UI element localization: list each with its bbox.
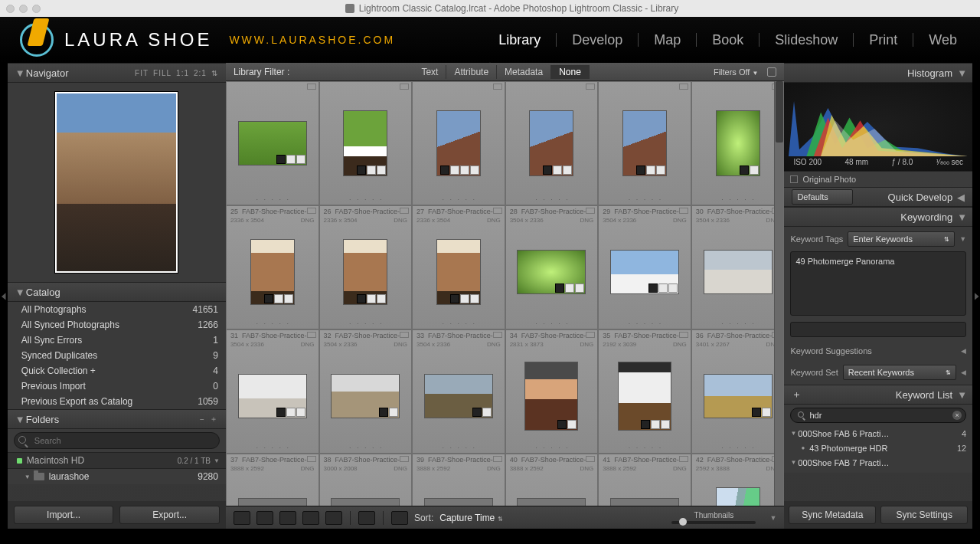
grid-view-icon[interactable] — [234, 511, 250, 525]
thumbnail-badge-icon[interactable] — [460, 294, 469, 303]
grid-cell[interactable]: 31 FAB7-Shoe-Practice-313504 x 2336DNG· … — [226, 329, 319, 454]
catalog-row[interactable]: All Synced Photographs1266 — [8, 317, 226, 333]
flag-icon[interactable] — [586, 84, 595, 90]
nav-fill[interactable]: FILL — [153, 69, 172, 77]
recent-keywords-dropdown[interactable]: Recent Keywords⇅ — [843, 365, 956, 380]
thumbnail-badge-icon[interactable] — [641, 420, 650, 429]
thumbnail-badge-icon[interactable] — [750, 165, 759, 175]
thumbnail-badge-icon[interactable] — [286, 155, 296, 164]
folder-row[interactable]: ▼ laurashoe 9280 — [8, 469, 226, 484]
catalog-row[interactable]: All Sync Errors1 — [8, 333, 226, 348]
filter-tab-attribute[interactable]: Attribute — [446, 65, 497, 79]
thumbnail-badge-icon[interactable] — [740, 165, 749, 175]
thumbnail-grid[interactable]: · · · · ·· · · · ·· · · · ·· · · · ·· · … — [226, 81, 784, 506]
thumbnail-badge-icon[interactable] — [367, 294, 376, 303]
thumbnail-badge-icon[interactable] — [264, 294, 273, 303]
keyword-list-header[interactable]: ＋ Keyword List ▼ — [784, 385, 972, 405]
rating-dots[interactable]: · · · · · — [320, 442, 412, 453]
thumbnail-badge-icon[interactable] — [357, 294, 366, 303]
keywording-header[interactable]: Keywording ▼ — [784, 207, 972, 227]
painter-icon[interactable] — [358, 511, 375, 525]
sync-metadata-button[interactable]: Sync Metadata — [789, 506, 876, 524]
keyword-textarea[interactable]: 49 Photomerge Panorama — [790, 251, 966, 316]
thumbnail-badge-icon[interactable] — [656, 165, 665, 175]
thumbnail-image[interactable] — [716, 110, 760, 176]
grid-cell[interactable]: 33 FAB7-Shoe-Practice-333504 x 2336DNG· … — [412, 329, 505, 454]
grid-cell[interactable]: 34 FAB7-Shoe-Practice-342831 x 3873DNG· … — [505, 329, 599, 454]
grid-cell[interactable]: · · · · · — [505, 81, 599, 205]
enter-keywords-dropdown[interactable]: Enter Keywords⇅ — [848, 231, 955, 247]
grid-cell[interactable]: 30 FAB7-Shoe-Practice-303504 x 2336DNG· … — [691, 205, 785, 329]
rating-dots[interactable]: · · · · · — [506, 318, 598, 329]
flag-icon[interactable] — [307, 332, 316, 338]
thumbnail-image[interactable] — [436, 239, 481, 305]
toolbar-menu-icon[interactable]: ▼ — [769, 514, 776, 522]
thumbnail-badge-icon[interactable] — [648, 283, 658, 293]
sort-dropdown[interactable]: Capture Time ⇅ — [439, 513, 502, 523]
grid-cell[interactable]: 25 FAB7-Shoe-Practice-252336 x 3504DNG· … — [226, 205, 319, 329]
flag-icon[interactable] — [679, 332, 688, 338]
filter-tab-metadata[interactable]: Metadata — [497, 65, 551, 79]
rating-dots[interactable]: · · · · · — [413, 194, 505, 205]
thumbnail-badge-icon[interactable] — [557, 420, 567, 429]
thumbnail-badge-icon[interactable] — [668, 283, 678, 293]
grid-cell[interactable]: 32 FAB7-Shoe-Practice-323504 x 2336DNG· … — [319, 329, 413, 454]
survey-view-icon[interactable] — [302, 511, 319, 525]
traffic-close-icon[interactable] — [6, 5, 15, 13]
thumbnail-badge-icon[interactable] — [296, 155, 305, 164]
histogram-header[interactable]: Histogram ▼ — [784, 63, 972, 83]
grid-cell[interactable]: 39 FAB7-Shoe-Practice-393888 x 2592DNG· … — [412, 454, 505, 506]
thumbnail-badge-icon[interactable] — [553, 165, 562, 175]
nav-zoom[interactable]: 2:1 — [194, 69, 207, 77]
keyword-entry-input[interactable] — [790, 322, 966, 337]
chevron-updown-icon[interactable]: ⇅ — [211, 69, 218, 77]
thumbnail-badge-icon[interactable] — [450, 294, 459, 303]
thumbnail-image[interactable] — [343, 239, 387, 305]
rating-dots[interactable]: · · · · · — [506, 442, 598, 453]
grid-cell[interactable]: · · · · · — [226, 81, 319, 205]
minus-icon[interactable]: − — [200, 415, 205, 424]
thumbnail-badge-icon[interactable] — [762, 408, 771, 417]
sync-settings-button[interactable]: Sync Settings — [880, 506, 968, 524]
thumbnail-image[interactable] — [610, 250, 679, 294]
grid-cell[interactable]: 37 FAB7-Shoe-Practice-373888 x 2592DNG· … — [226, 454, 319, 506]
rating-dots[interactable]: · · · · · — [692, 194, 784, 205]
thumbnail-badge-icon[interactable] — [543, 165, 552, 175]
module-book[interactable]: Book — [709, 29, 746, 51]
flag-icon[interactable] — [307, 208, 316, 214]
navigator-preview[interactable] — [55, 92, 178, 273]
keyword-list-item[interactable]: 000Shoe FAB 6 Practi…4 — [790, 426, 966, 441]
thumbnail-badge-icon[interactable] — [565, 283, 574, 293]
catalog-row[interactable]: Quick Collection +4 — [8, 363, 226, 379]
thumbnail-image[interactable] — [250, 239, 295, 305]
nav-oneone[interactable]: 1:1 — [176, 69, 189, 77]
thumbnail-image[interactable] — [331, 374, 400, 418]
rating-dots[interactable]: · · · · · — [320, 318, 412, 329]
thumbnail-badge-icon[interactable] — [274, 294, 283, 303]
keyword-list-item[interactable]: ●43 Photomerge HDR12 — [790, 441, 966, 455]
chevron-down-icon[interactable]: ▼ — [214, 457, 220, 464]
grid-cell[interactable]: 42 FAB7-Shoe-Practice-422592 x 3888DNG· … — [691, 454, 785, 506]
thumbnail-image[interactable] — [424, 498, 493, 506]
thumbnail-image[interactable] — [618, 362, 671, 431]
flag-icon[interactable] — [493, 84, 502, 90]
flag-icon[interactable] — [679, 456, 688, 462]
defaults-dropdown[interactable]: Defaults — [792, 189, 853, 205]
chevron-left-icon[interactable]: ◀ — [961, 369, 966, 376]
grid-cell[interactable]: 27 FAB7-Shoe-Practice-272336 x 3504DNG· … — [412, 205, 505, 329]
thumbnail-badge-icon[interactable] — [389, 408, 398, 417]
chevron-left-icon[interactable]: ◀ — [961, 347, 966, 355]
thumbnail-badge-icon[interactable] — [367, 165, 376, 175]
catalog-row[interactable]: Synced Duplicates9 — [8, 348, 226, 363]
grid-cell[interactable]: 35 FAB7-Shoe-Practice-352192 x 3039DNG· … — [598, 329, 691, 454]
rating-dots[interactable]: · · · · · — [227, 442, 318, 453]
thumbnail-image[interactable] — [517, 498, 586, 506]
module-develop[interactable]: Develop — [569, 29, 626, 51]
thumbnail-image[interactable] — [238, 498, 307, 506]
module-library[interactable]: Library — [495, 29, 544, 51]
loupe-view-icon[interactable] — [256, 511, 273, 525]
left-panel-collapse-icon[interactable]: ◀ — [0, 63, 8, 529]
thumbnail-badge-icon[interactable] — [377, 294, 386, 303]
grid-cell[interactable]: 38 FAB7-Shoe-Practice-383000 x 2008DNG· … — [319, 454, 413, 506]
catalog-row[interactable]: Previous Export as Catalog1059 — [8, 394, 226, 409]
